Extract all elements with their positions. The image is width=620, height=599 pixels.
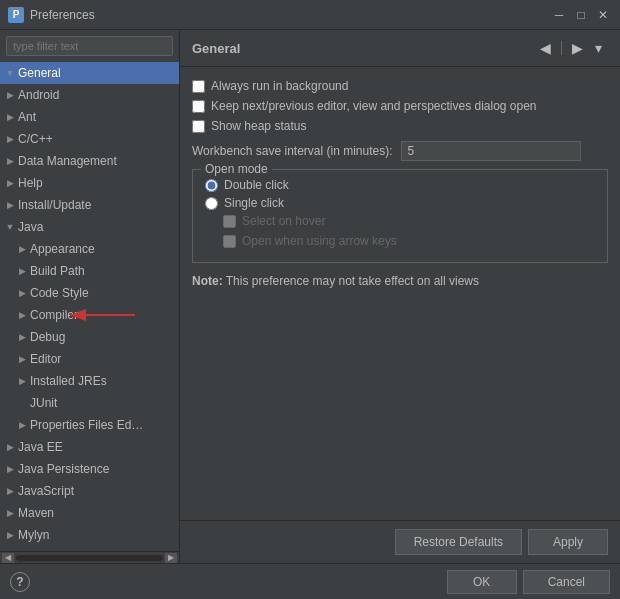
sidebar-item-code-style[interactable]: Code Style: [0, 282, 179, 304]
window-controls: ─ □ ✕: [550, 6, 612, 24]
heap-status-label: Show heap status: [211, 119, 306, 133]
keep-editor-checkbox[interactable]: [192, 100, 205, 113]
sidebar-item-label: JavaScript: [18, 484, 74, 498]
sidebar-item-data-management[interactable]: Data Management: [0, 150, 179, 172]
nav-separator: [561, 41, 562, 55]
keep-editor-label: Keep next/previous editor, view and pers…: [211, 99, 537, 113]
sidebar-item-android[interactable]: Android: [0, 84, 179, 106]
sidebar-item-appearance[interactable]: Appearance: [0, 238, 179, 260]
window-title: Preferences: [30, 8, 550, 22]
sidebar-item-cpp[interactable]: C/C++: [0, 128, 179, 150]
double-click-radio[interactable]: [205, 179, 218, 192]
heap-status-checkbox[interactable]: [192, 120, 205, 133]
run-in-background-checkbox[interactable]: [192, 80, 205, 93]
arrow-right-icon: [4, 463, 16, 475]
sidebar-item-properties-files[interactable]: Properties Files Ed…: [0, 414, 179, 436]
sidebar-item-editor[interactable]: Editor: [0, 348, 179, 370]
ok-button[interactable]: OK: [447, 570, 517, 594]
sidebar-item-label: Help: [18, 176, 43, 190]
open-mode-legend: Open mode: [201, 162, 272, 176]
sidebar-item-general[interactable]: General: [0, 62, 179, 84]
note-bold: Note:: [192, 274, 223, 288]
close-button[interactable]: ✕: [594, 6, 612, 24]
single-click-row: Single click: [205, 196, 595, 210]
arrow-right-icon: [16, 353, 28, 365]
arrow-right-icon: [16, 265, 28, 277]
sidebar-item-label: Java: [18, 220, 43, 234]
sidebar-item-javascript[interactable]: JavaScript: [0, 480, 179, 502]
sidebar-item-label: Java Persistence: [18, 462, 109, 476]
arrow-right-icon: [4, 89, 16, 101]
run-in-background-label: Always run in background: [211, 79, 348, 93]
select-hover-label: Select on hover: [242, 214, 325, 228]
cancel-button[interactable]: Cancel: [523, 570, 610, 594]
scroll-track: [16, 555, 163, 561]
workbench-interval-input[interactable]: [401, 141, 581, 161]
filter-input[interactable]: [6, 36, 173, 56]
scroll-left-button[interactable]: ◀: [2, 553, 14, 563]
sidebar-item-label: Install/Update: [18, 198, 91, 212]
content-area: General Android Ant C/C++: [0, 30, 620, 563]
double-click-row: Double click: [205, 178, 595, 192]
sidebar-item-label: C/C++: [18, 132, 53, 146]
sidebar-item-debug[interactable]: Debug: [0, 326, 179, 348]
run-in-background-row: Always run in background: [192, 79, 608, 93]
sidebar-item-label: Editor: [30, 352, 61, 366]
arrow-down-icon: [4, 221, 16, 233]
panel-header: General ◀ ▶ ▾: [180, 30, 620, 67]
single-click-radio[interactable]: [205, 197, 218, 210]
scroll-right-button[interactable]: ▶: [165, 553, 177, 563]
note-row: Note: This preference may not take effec…: [192, 273, 608, 290]
sidebar-item-label: Maven: [18, 506, 54, 520]
sidebar-item-label: Android: [18, 88, 59, 102]
titlebar: P Preferences ─ □ ✕: [0, 0, 620, 30]
sidebar-item-java-persistence[interactable]: Java Persistence: [0, 458, 179, 480]
nav-forward-button[interactable]: ▶: [566, 38, 589, 58]
select-hover-checkbox: [223, 215, 236, 228]
sidebar-item-junit[interactable]: JUnit: [0, 392, 179, 414]
open-arrow-label: Open when using arrow keys: [242, 234, 397, 248]
sidebar-item-maven[interactable]: Maven: [0, 502, 179, 524]
sidebar-item-label: Properties Files Ed…: [30, 418, 143, 432]
sidebar-item-label: Java EE: [18, 440, 63, 454]
panel-content: Always run in background Keep next/previ…: [180, 67, 620, 520]
help-button[interactable]: ?: [10, 572, 30, 592]
arrow-right-icon: [4, 441, 16, 453]
select-hover-row: Select on hover: [205, 214, 595, 228]
arrow-right-icon: [16, 419, 28, 431]
sidebar-item-label: Appearance: [30, 242, 95, 256]
sidebar-item-help[interactable]: Help: [0, 172, 179, 194]
sidebar-item-java-ee[interactable]: Java EE: [0, 436, 179, 458]
maximize-button[interactable]: □: [572, 6, 590, 24]
arrow-right-icon: [4, 485, 16, 497]
note-detail: This preference may not take effect on a…: [223, 274, 479, 288]
footer-buttons: OK Cancel: [447, 570, 610, 594]
sidebar: General Android Ant C/C++: [0, 30, 180, 563]
arrow-down-icon: [4, 67, 16, 79]
heap-status-row: Show heap status: [192, 119, 608, 133]
single-click-label: Single click: [224, 196, 284, 210]
sidebar-item-compiler[interactable]: Compiler: [0, 304, 179, 326]
arrow-right-icon: [16, 375, 28, 387]
sidebar-item-build-path[interactable]: Build Path: [0, 260, 179, 282]
sidebar-item-install-update[interactable]: Install/Update: [0, 194, 179, 216]
sidebar-item-label: Mylyn: [18, 528, 49, 542]
arrow-right-icon: [4, 155, 16, 167]
open-arrow-row: Open when using arrow keys: [205, 234, 595, 248]
apply-button[interactable]: Apply: [528, 529, 608, 555]
sidebar-hscrollbar: ◀ ▶: [0, 551, 179, 563]
sidebar-item-ant[interactable]: Ant: [0, 106, 179, 128]
sidebar-item-label: General: [18, 66, 61, 80]
sidebar-item-mylyn[interactable]: Mylyn: [0, 524, 179, 546]
sidebar-item-installed-jres[interactable]: Installed JREs: [0, 370, 179, 392]
panel-title: General: [192, 41, 534, 56]
app-icon: P: [8, 7, 24, 23]
nav-menu-button[interactable]: ▾: [589, 38, 608, 58]
nav-back-button[interactable]: ◀: [534, 38, 557, 58]
tree-container: General Android Ant C/C++: [0, 62, 179, 551]
sidebar-item-label: Build Path: [30, 264, 85, 278]
sidebar-item-java[interactable]: Java: [0, 216, 179, 238]
restore-defaults-button[interactable]: Restore Defaults: [395, 529, 522, 555]
footer: ? OK Cancel: [0, 563, 620, 599]
minimize-button[interactable]: ─: [550, 6, 568, 24]
